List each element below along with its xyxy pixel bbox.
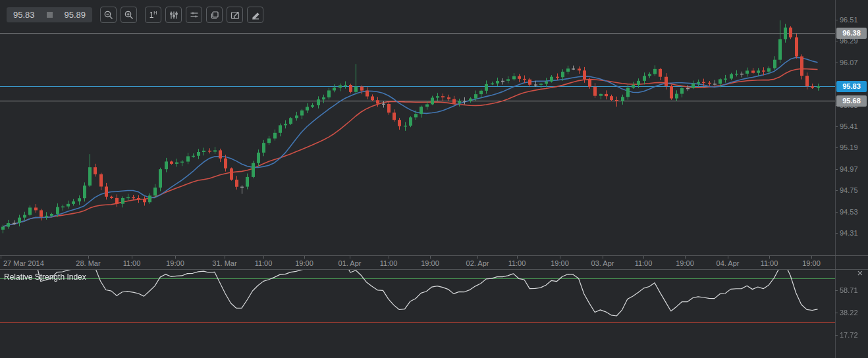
time-tick xyxy=(685,256,686,259)
bid-ask-widget[interactable]: 95.83 95.89 xyxy=(7,7,92,22)
price-tick-label: 95.19 xyxy=(840,143,858,151)
price-axis[interactable]: 96.5196.2996.0795.8595.6395.4195.1994.97… xyxy=(835,0,868,255)
edit-icon xyxy=(230,10,240,20)
templates-button[interactable] xyxy=(206,7,223,23)
settings-sliders-icon xyxy=(189,10,200,20)
edit-button[interactable] xyxy=(227,7,243,23)
time-tick xyxy=(811,256,812,259)
trading-chart-app: 95.83 95.89 1H xyxy=(0,0,868,358)
candlestick-chart[interactable] xyxy=(0,0,835,255)
time-label: 19:00 xyxy=(421,259,439,267)
settings-button[interactable] xyxy=(186,7,202,23)
rsi-panel: Relative Strength Index xyxy=(0,270,835,358)
bid-price: 95.83 xyxy=(13,10,35,20)
time-label: 04. Apr xyxy=(717,259,740,267)
close-indicator-button[interactable]: × xyxy=(854,267,867,280)
draw-icon xyxy=(250,10,261,20)
time-label: 11:00 xyxy=(380,259,398,267)
time-label: 11:00 xyxy=(508,259,526,267)
level-price-badge: 95.68 xyxy=(836,95,867,107)
price-tick-label: 94.97 xyxy=(840,165,858,173)
time-tick xyxy=(304,256,305,259)
time-label: 01. Apr xyxy=(339,259,362,267)
time-label: 02. Apr xyxy=(466,259,489,267)
level-price-badge: 96.38 xyxy=(836,28,867,39)
time-axis[interactable]: 27 Mar 201428. Mar11:0019:0031. Mar11:00… xyxy=(0,255,868,270)
templates-icon xyxy=(209,10,220,20)
zoom-in-icon xyxy=(124,10,134,20)
price-tick-label: 96.07 xyxy=(840,59,858,66)
rsi-tick-label: 38.22 xyxy=(840,309,858,317)
ask-price: 95.89 xyxy=(64,10,86,20)
price-tick-label: 95.41 xyxy=(840,122,858,130)
time-tick xyxy=(88,256,89,259)
time-label: 11:00 xyxy=(255,259,273,267)
price-tick-label: 94.53 xyxy=(840,208,858,216)
price-tick-label: 94.75 xyxy=(840,186,858,194)
price-tick-label: 94.31 xyxy=(840,229,858,237)
time-tick xyxy=(175,256,176,259)
zoom-out-icon xyxy=(103,10,114,20)
time-label: 03. Apr xyxy=(591,259,614,267)
time-tick xyxy=(643,256,644,259)
time-label: 19:00 xyxy=(802,259,821,267)
time-label: 19:00 xyxy=(676,259,694,267)
timeframe-button[interactable]: 1H xyxy=(145,7,161,23)
time-label: 19:00 xyxy=(166,259,184,267)
time-tick xyxy=(1,256,1,259)
zoom-out-button[interactable] xyxy=(100,7,117,23)
time-tick xyxy=(225,256,225,259)
time-tick xyxy=(517,256,518,259)
time-label: 11:00 xyxy=(635,259,653,267)
chart-toolbar: 95.83 95.89 1H xyxy=(7,7,263,23)
rsi-panel-title: Relative Strength Index xyxy=(4,272,86,282)
time-label: 11:00 xyxy=(123,259,141,267)
rsi-tick-label: 58.71 xyxy=(840,286,858,294)
time-tick xyxy=(560,256,560,259)
rsi-axis[interactable]: 58.7138.2217.72 xyxy=(835,270,868,358)
time-label: 11:00 xyxy=(761,259,778,267)
indicators-button[interactable] xyxy=(165,7,182,23)
time-tick xyxy=(477,256,478,259)
time-label: 27 Mar 2014 xyxy=(3,259,44,267)
current-price-badge: 95.83 xyxy=(836,81,867,92)
time-tick xyxy=(132,256,132,259)
time-tick xyxy=(603,256,603,259)
time-tick xyxy=(430,256,431,259)
time-tick xyxy=(350,256,350,259)
draw-button[interactable] xyxy=(247,7,263,23)
time-tick xyxy=(389,256,389,259)
spread-indicator xyxy=(47,12,53,18)
time-label: 28. Mar xyxy=(76,259,100,267)
time-label: 19:00 xyxy=(295,259,313,267)
time-tick xyxy=(728,256,728,259)
time-label: 19:00 xyxy=(551,259,569,267)
zoom-in-button[interactable] xyxy=(121,7,137,23)
time-tick xyxy=(769,256,770,259)
time-label: 31. Mar xyxy=(212,259,236,267)
indicators-icon xyxy=(169,10,179,20)
rsi-tick-label: 17.72 xyxy=(840,331,858,339)
price-tick-label: 96.51 xyxy=(840,16,858,24)
time-tick xyxy=(263,256,264,259)
timeframe-label: 1H xyxy=(149,11,157,19)
